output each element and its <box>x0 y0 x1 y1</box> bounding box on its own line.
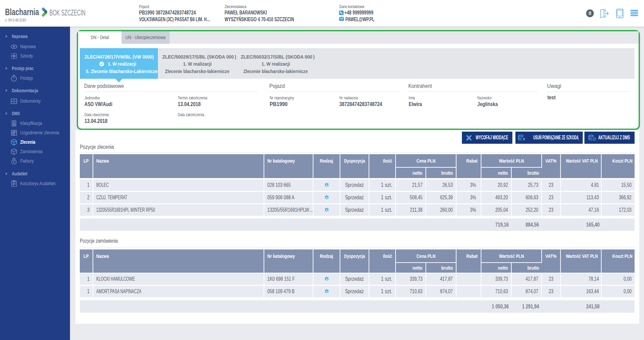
svg-text:€: € <box>13 160 15 164</box>
